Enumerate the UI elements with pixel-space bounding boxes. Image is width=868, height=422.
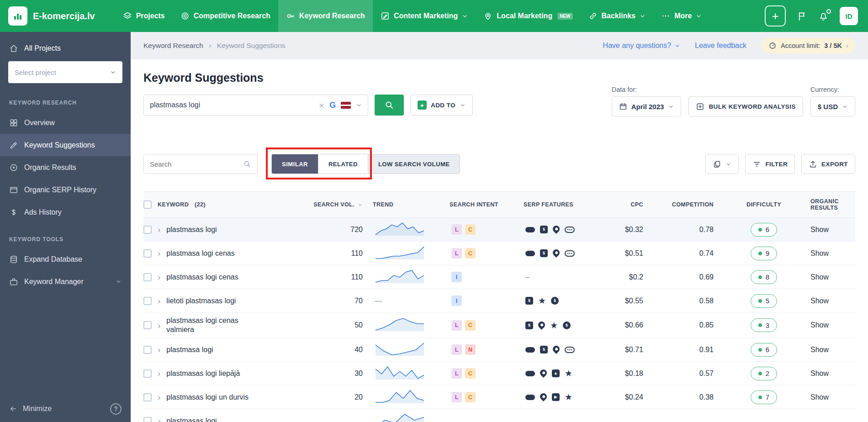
nav-item-content-marketing[interactable]: Content Marketing [373, 0, 476, 32]
google-icon[interactable]: G [329, 100, 336, 110]
keyword-text[interactable]: plastmasas logi liepājā [166, 369, 240, 378]
organic-results-show-link[interactable]: Show [810, 249, 829, 257]
sidebar-item-keyword-manager[interactable]: Keyword Manager [0, 270, 131, 293]
organic-results-show-link[interactable]: Show [810, 273, 829, 281]
tab-related[interactable]: RELATED [318, 154, 368, 174]
minimize-button[interactable]: Minimize [9, 405, 52, 413]
search-volume: 110 [304, 249, 373, 258]
video-icon: ▶ [552, 393, 560, 401]
keyword-text[interactable]: plastmasas logi [166, 225, 217, 234]
keyword-text[interactable]: plastmasa logi [166, 345, 213, 354]
sidebar-item-organic-serp-history[interactable]: Organic SERP History [0, 179, 131, 201]
row-checkbox[interactable] [143, 346, 152, 354]
sidebar-item-overview[interactable]: Overview [0, 111, 131, 134]
expand-row-icon[interactable]: › [158, 249, 160, 258]
table-search-input[interactable] [150, 160, 243, 168]
column-header-search-intent: SEARCH INTENT [450, 201, 524, 208]
keyword-text[interactable]: plastmasas logi [166, 417, 217, 422]
sidebar-item-organic-results[interactable]: Organic Results [0, 156, 131, 179]
filter-button[interactable]: FILTER [745, 154, 795, 174]
column-header-search-vol[interactable]: SEARCH VOL. [304, 201, 373, 208]
notification-badge [826, 9, 831, 14]
keyword-text[interactable]: plastmasas logi cenas valmiera [166, 316, 258, 334]
keyword-text[interactable]: plastmasas logi un durvis [166, 393, 249, 402]
organic-results-show-link[interactable]: Show [810, 369, 829, 377]
table-row: ›lietoti plastmasas logi70—I$★$$0.550.58… [143, 289, 855, 313]
keyword-text[interactable]: lietoti plastmasas logi [166, 296, 236, 306]
sidebar-item-expand-database[interactable]: Expand Database [0, 248, 131, 270]
trend-cell [373, 246, 450, 261]
ads-icon [525, 371, 535, 376]
nav-item-local-marketing[interactable]: Local MarketingNEW [476, 0, 580, 32]
latvia-flag-icon[interactable] [341, 102, 351, 109]
sidebar-item-keyword-suggestions[interactable]: Keyword Suggestions [0, 134, 131, 156]
difficulty-badge: 5 [751, 294, 777, 308]
competition-value: 0.58 [655, 297, 729, 305]
keyword-text[interactable]: plastmasas logi cenas [166, 273, 238, 282]
breadcrumb-item-keyword-research[interactable]: Keyword Research [143, 42, 203, 50]
row-checkbox[interactable] [143, 226, 152, 234]
shopping-tag-icon: $ [525, 322, 533, 329]
user-avatar[interactable]: ID [840, 7, 858, 25]
more-serp-features-icon: ⋯ [565, 227, 575, 233]
row-checkbox[interactable] [143, 249, 152, 258]
organic-results-show-link[interactable]: Show [810, 297, 829, 305]
project-select[interactable]: Select project [8, 61, 122, 83]
leave-feedback-link[interactable]: Leave feedback [695, 42, 746, 50]
nav-item-competitive-research[interactable]: Competitive Research [173, 0, 278, 32]
row-checkbox[interactable] [143, 297, 152, 305]
bulk-analysis-icon [696, 102, 704, 111]
database-icon [9, 255, 18, 264]
expand-row-icon[interactable]: › [158, 296, 160, 305]
tab-similar[interactable]: SIMILAR [272, 154, 318, 174]
sidebar-item-ads-history[interactable]: Ads History [0, 201, 131, 223]
clear-icon[interactable]: × [319, 100, 324, 110]
data-for-group: Data for: April 2023 [612, 86, 682, 116]
row-checkbox[interactable] [143, 417, 152, 422]
organic-results-show-link[interactable]: Show [810, 321, 829, 329]
expand-row-icon[interactable]: › [158, 369, 160, 378]
expand-row-icon[interactable]: › [158, 393, 160, 401]
organic-results-show-link[interactable]: Show [810, 393, 829, 401]
shopping-tag-icon: $ [525, 297, 533, 305]
keyword-text[interactable]: plastmasa logi cenas [166, 249, 234, 258]
create-new-button[interactable]: + [765, 5, 786, 26]
nav-item-more[interactable]: More [653, 0, 709, 32]
expand-row-icon[interactable]: › [158, 321, 160, 330]
expand-row-icon[interactable]: › [158, 273, 160, 281]
tab-low-search-volume[interactable]: LOW SEARCH VOLUME [368, 154, 460, 174]
select-all-checkbox[interactable] [143, 200, 152, 209]
search-volume: 30 [304, 369, 373, 378]
notifications-bell-icon[interactable] [818, 11, 829, 21]
topbar-actions: + ID [765, 5, 868, 26]
search-button[interactable] [375, 95, 404, 116]
organic-results-show-link[interactable]: Show [810, 346, 829, 353]
add-to-button[interactable]: + ADD TO [410, 95, 473, 116]
nav-item-backlinks[interactable]: Backlinks [581, 0, 654, 32]
keyword-input[interactable] [150, 101, 314, 109]
flag-icon[interactable] [797, 11, 807, 21]
row-checkbox[interactable] [143, 369, 152, 378]
help-icon[interactable]: ? [110, 403, 122, 415]
table-toolbar: SIMILARRELATEDLOW SEARCH VOLUME [143, 154, 855, 174]
brand-name[interactable]: E-komercija.lv [33, 11, 95, 21]
nav-item-projects[interactable]: Projects [115, 0, 173, 32]
export-button[interactable]: EXPORT [801, 154, 855, 174]
expand-row-icon[interactable]: › [158, 345, 160, 354]
have-questions-link[interactable]: Have any questions? [603, 42, 680, 50]
sidebar-all-projects[interactable]: All Projects [0, 32, 131, 60]
expand-row-icon[interactable]: › [158, 225, 160, 234]
search-volume: 110 [304, 273, 373, 281]
row-checkbox[interactable] [143, 393, 152, 401]
nav-item-keyword-research[interactable]: Keyword Research [278, 0, 373, 32]
currency-select[interactable]: $ USD [810, 96, 855, 116]
columns-button[interactable] [705, 154, 739, 174]
chevron-down-icon[interactable] [356, 102, 362, 108]
row-checkbox[interactable] [143, 273, 152, 281]
expand-row-icon[interactable]: › [158, 417, 160, 422]
date-select[interactable]: April 2023 [612, 96, 682, 116]
bulk-keyword-analysis-button[interactable]: BULK KEYWORD ANALYSIS [688, 96, 803, 116]
brand-logo[interactable] [8, 6, 27, 26]
organic-results-show-link[interactable]: Show [810, 226, 829, 233]
row-checkbox[interactable] [143, 321, 152, 329]
